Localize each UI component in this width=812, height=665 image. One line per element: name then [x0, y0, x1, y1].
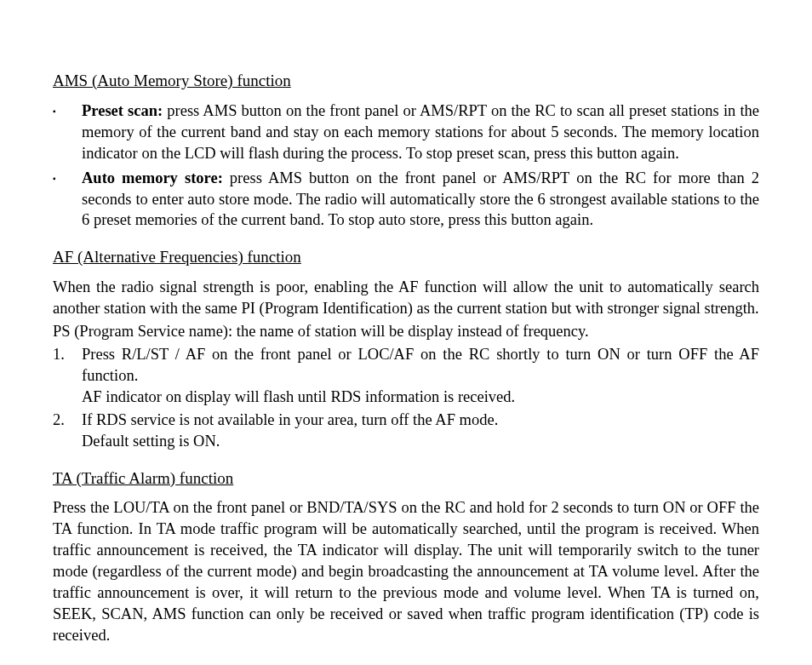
- heading-ta: TA (Traffic Alarm) function: [53, 467, 759, 490]
- list-item: Preset scan: press AMS button on the fro…: [53, 100, 759, 164]
- list-item: If RDS service is not available in your …: [53, 410, 759, 452]
- bullet-bold-label: Auto memory store:: [82, 169, 223, 186]
- numbered-item-line: AF indicator on display will flash until…: [82, 387, 759, 408]
- numbered-item-line: Default setting is ON.: [82, 431, 759, 452]
- ams-bullet-list: Preset scan: press AMS button on the fro…: [53, 100, 759, 232]
- af-intro-line-2: PS (Program Service name): the name of s…: [53, 321, 759, 342]
- numbered-item-line: If RDS service is not available in your …: [82, 410, 759, 431]
- numbered-item-line: Press R/L/ST / AF on the front panel or …: [82, 344, 759, 387]
- af-numbered-list: Press R/L/ST / AF on the front panel or …: [53, 344, 759, 452]
- list-item: Press R/L/ST / AF on the front panel or …: [53, 344, 759, 408]
- heading-ams: AMS (Auto Memory Store) function: [53, 70, 759, 92]
- af-intro-line-1: When the radio signal strength is poor, …: [53, 277, 759, 319]
- heading-af: AF (Alternative Frequencies) function: [53, 246, 759, 268]
- bullet-text: press AMS button on the front panel or A…: [82, 102, 759, 162]
- list-item: Auto memory store: press AMS button on t…: [53, 168, 759, 232]
- bullet-bold-label: Preset scan:: [82, 102, 163, 119]
- ta-body: Press the LOU/TA on the front panel or B…: [53, 497, 759, 646]
